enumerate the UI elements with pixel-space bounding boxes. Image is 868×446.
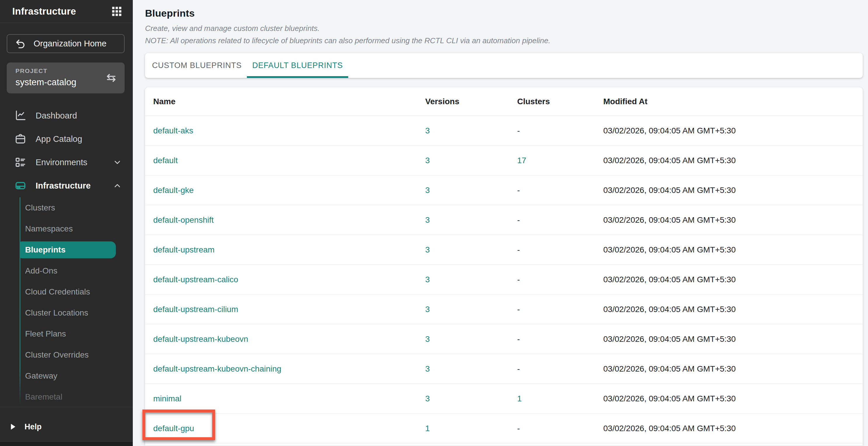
swap-horizontal-icon[interactable] xyxy=(105,71,118,84)
triangle-right-icon xyxy=(9,422,18,431)
sidebar-header: Infrastructure xyxy=(0,0,133,23)
table-row: minimal 3 1 03/02/2026, 09:04:05 AM GMT+… xyxy=(145,384,863,414)
sidebar-submenu: ClustersNamespacesBlueprintsAdd-OnsCloud… xyxy=(0,197,133,408)
modified-at-value: 03/02/2026, 09:04:05 AM GMT+5:30 xyxy=(603,334,863,344)
versions-link[interactable]: 3 xyxy=(425,156,430,165)
modified-at-value: 03/02/2026, 09:04:05 AM GMT+5:30 xyxy=(603,424,863,433)
modified-at-value: 03/02/2026, 09:04:05 AM GMT+5:30 xyxy=(603,126,863,135)
undo-arrow-icon xyxy=(14,38,26,50)
blueprint-name-link[interactable]: default-openshift xyxy=(153,215,214,224)
clusters-empty-value: - xyxy=(517,215,520,224)
versions-link[interactable]: 3 xyxy=(425,305,430,314)
chevron-down-icon xyxy=(112,157,122,167)
project-selector[interactable]: PROJECT system-catalog xyxy=(7,62,125,93)
sidebar-subitem-fleet-plans[interactable]: Fleet Plans xyxy=(0,323,133,344)
modified-at-value: 03/02/2026, 09:04:05 AM GMT+5:30 xyxy=(603,305,863,314)
table-row: default-upstream-calico 3 - 03/02/2026, … xyxy=(145,265,863,294)
clusters-empty-value: - xyxy=(517,364,520,373)
sidebar-subitem-label: Add-Ons xyxy=(25,266,58,276)
versions-link[interactable]: 3 xyxy=(425,364,430,373)
table-row: default-gpu 1 - 03/02/2026, 09:04:05 AM … xyxy=(145,414,863,443)
blueprint-name-link[interactable]: default-aks xyxy=(153,126,193,135)
help-label: Help xyxy=(25,422,42,432)
chevron-up-icon xyxy=(112,181,122,191)
blueprint-name-link[interactable]: default-upstream-kubeovn-chaining xyxy=(153,364,281,373)
versions-link[interactable]: 3 xyxy=(425,245,430,254)
column-header-versions: Versions xyxy=(425,97,517,106)
versions-link[interactable]: 3 xyxy=(425,215,430,224)
modified-at-value: 03/02/2026, 09:04:05 AM GMT+5:30 xyxy=(603,394,863,403)
table-row: default-upstream-kubeovn 3 - 03/02/2026,… xyxy=(145,324,863,354)
blueprint-name-link[interactable]: default-upstream-calico xyxy=(153,275,238,284)
sidebar-subitem-label: Cluster Overrides xyxy=(25,350,89,360)
clusters-empty-value: - xyxy=(517,424,520,433)
dashboard-chart-icon xyxy=(14,109,27,122)
sidebar-subitem-baremetal[interactable]: Baremetal xyxy=(0,386,133,408)
versions-link[interactable]: 3 xyxy=(425,126,430,135)
clusters-empty-value: - xyxy=(517,126,520,135)
organization-home-button[interactable]: Organization Home xyxy=(7,34,125,53)
column-header-clusters: Clusters xyxy=(517,97,603,106)
table-row: default-upstream 3 - 03/02/2026, 09:04:0… xyxy=(145,235,863,265)
sidebar-subitem-add-ons[interactable]: Add-Ons xyxy=(0,260,133,281)
sidebar-title: Infrastructure xyxy=(12,6,76,17)
tab-bar: CUSTOM BLUEPRINTSDEFAULT BLUEPRINTS xyxy=(145,53,863,78)
clusters-empty-value: - xyxy=(517,334,520,344)
blueprint-name-link[interactable]: default xyxy=(153,156,178,165)
sidebar-subitem-label: Fleet Plans xyxy=(25,329,66,339)
clusters-empty-value: - xyxy=(517,245,520,254)
versions-link[interactable]: 3 xyxy=(425,186,430,195)
sidebar-subitem-clusters[interactable]: Clusters xyxy=(0,197,133,218)
sidebar-bottom-strip xyxy=(0,441,133,446)
tab-custom-blueprints[interactable]: CUSTOM BLUEPRINTS xyxy=(147,53,247,78)
environments-list-icon xyxy=(14,156,27,169)
modified-at-value: 03/02/2026, 09:04:05 AM GMT+5:30 xyxy=(603,215,863,225)
sidebar-item-infrastructure[interactable]: Infrastructure xyxy=(0,174,133,197)
sidebar-subitem-cluster-locations[interactable]: Cluster Locations xyxy=(0,302,133,323)
help-button[interactable]: Help xyxy=(9,419,42,434)
modified-at-value: 03/02/2026, 09:04:05 AM GMT+5:30 xyxy=(603,186,863,195)
apps-grid-icon[interactable] xyxy=(111,5,123,18)
column-header-name: Name xyxy=(153,97,425,106)
sidebar-item-environments[interactable]: Environments xyxy=(0,151,133,174)
versions-link[interactable]: 3 xyxy=(425,334,430,344)
sidebar-subitem-label: Gateway xyxy=(25,371,58,381)
sidebar-subitem-label: Baremetal xyxy=(25,392,62,402)
blueprint-name-link[interactable]: default-gke xyxy=(153,186,194,195)
table-row: default-openshift 3 - 03/02/2026, 09:04:… xyxy=(145,205,863,235)
page-note: NOTE: All operations related to lifecycl… xyxy=(145,36,863,45)
blueprint-name-link[interactable]: default-upstream-cilium xyxy=(153,305,238,314)
clusters-link[interactable]: 1 xyxy=(517,394,522,403)
table-body: default-aks 3 - 03/02/2026, 09:04:05 AM … xyxy=(145,116,863,443)
infrastructure-server-icon xyxy=(14,179,27,192)
project-label: PROJECT xyxy=(16,67,98,74)
table-row: default 3 17 03/02/2026, 09:04:05 AM GMT… xyxy=(145,146,863,176)
versions-link[interactable]: 1 xyxy=(425,424,430,433)
sidebar-subitem-blueprints[interactable]: Blueprints xyxy=(0,240,133,260)
sidebar-item-dashboard[interactable]: Dashboard xyxy=(0,104,133,127)
sidebar-item-label: Infrastructure xyxy=(36,181,112,191)
main-content: Blueprints Create, view and manage custo… xyxy=(133,0,868,446)
sidebar-subitem-namespaces[interactable]: Namespaces xyxy=(0,218,133,240)
clusters-empty-value: - xyxy=(517,186,520,195)
tab-default-blueprints[interactable]: DEFAULT BLUEPRINTS xyxy=(247,53,348,78)
blueprint-name-link[interactable]: default-upstream-kubeovn xyxy=(153,334,248,344)
blueprint-name-link[interactable]: default-upstream xyxy=(153,245,215,254)
sidebar-subitem-gateway[interactable]: Gateway xyxy=(0,365,133,386)
page-subtitle: Create, view and manage custom cluster b… xyxy=(145,24,863,33)
versions-link[interactable]: 3 xyxy=(425,394,430,403)
clusters-link[interactable]: 17 xyxy=(517,156,526,165)
sidebar-item-label: Environments xyxy=(36,158,112,167)
sidebar-item-app-catalog[interactable]: App Catalog xyxy=(0,127,133,151)
sidebar-subitem-cluster-overrides[interactable]: Cluster Overrides xyxy=(0,344,133,365)
sidebar-subitem-cloud-credentials[interactable]: Cloud Credentials xyxy=(0,281,133,302)
page-title: Blueprints xyxy=(145,8,863,19)
table-header-row: NameVersionsClustersModified At xyxy=(145,87,863,116)
blueprint-name-link[interactable]: default-gpu xyxy=(153,424,194,433)
sidebar-subitem-label: Cluster Locations xyxy=(25,308,88,318)
versions-link[interactable]: 3 xyxy=(425,275,430,284)
sidebar-item-label: App Catalog xyxy=(36,134,122,144)
blueprint-name-link[interactable]: minimal xyxy=(153,394,181,403)
help-divider xyxy=(0,407,133,407)
blueprints-table: NameVersionsClustersModified At default-… xyxy=(145,87,863,446)
